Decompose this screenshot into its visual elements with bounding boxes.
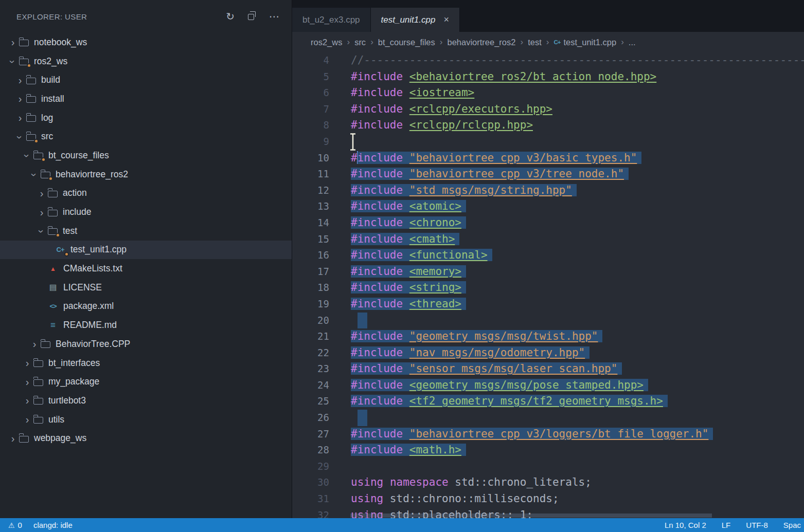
breadcrumb-item-...[interactable]: ... (629, 38, 636, 47)
code-line-14[interactable]: 14#include <chrono> (292, 215, 804, 231)
chevron-down-icon[interactable]: › (29, 169, 40, 180)
chevron-down-icon[interactable]: › (37, 226, 47, 237)
chevron-down-icon[interactable]: › (8, 56, 18, 67)
close-tab-icon[interactable]: × (443, 14, 449, 25)
chevron-right-icon[interactable]: › (36, 188, 47, 198)
code-line-9[interactable]: 9 (292, 134, 804, 150)
breadcrumb-item-bt_course_files[interactable]: bt_course_files (378, 38, 435, 47)
more-actions-icon[interactable]: ⋯ (269, 11, 279, 22)
chevron-right-icon[interactable]: › (14, 94, 26, 104)
eol-indicator[interactable]: LF (722, 521, 731, 529)
code-line-17[interactable]: 17#include <memory> (292, 264, 804, 280)
code-line-20[interactable]: 20 (292, 313, 804, 329)
tree-folder-action[interactable]: ›action (0, 184, 292, 203)
code-line-11[interactable]: 11#include "behaviortree_cpp_v3/tree_nod… (292, 166, 804, 182)
editor-area: bt_u2_ex3.cpptest_unit1.cpp× ros2_ws›src… (292, 0, 804, 518)
tree-folder-include[interactable]: ›include (0, 203, 292, 222)
chevron-right-icon[interactable]: › (22, 358, 33, 368)
code-line-8[interactable]: 8#include <rclcpp/rclcpp.hpp> (292, 117, 804, 134)
selection-highlight: #include <memory> (351, 265, 466, 278)
line-number: 10 (292, 150, 329, 167)
clangd-status[interactable]: clangd: idle (33, 521, 73, 529)
tree-folder-webpage_ws[interactable]: ›webpage_ws (0, 429, 292, 448)
tree-folder-log[interactable]: ›log (0, 108, 292, 127)
breadcrumb-item-ros2_ws[interactable]: ros2_ws (311, 38, 342, 47)
code-line-4[interactable]: 4//-------------------------------------… (292, 52, 804, 69)
breadcrumb-item-test_unit1.cpp[interactable]: C+test_unit1.cpp (553, 38, 616, 47)
chevron-right-icon[interactable]: › (14, 113, 26, 123)
code-line-27[interactable]: 27#include "behaviortree_cpp_v3/loggers/… (292, 426, 804, 443)
code-line-21[interactable]: 21#include "geometry_msgs/msg/twist.hpp" (292, 328, 804, 345)
chevron-right-icon[interactable]: › (14, 75, 26, 85)
chevron-right-icon[interactable]: › (22, 414, 33, 425)
tree-folder-BehaviorTree.CPP[interactable]: ›BehaviorTree.CPP (0, 335, 292, 354)
code-line-12[interactable]: 12#include "std_msgs/msg/string.hpp" (292, 182, 804, 199)
horizontal-scrollbar[interactable] (350, 513, 712, 518)
tree-file-README.md[interactable]: ≡README.md (0, 316, 292, 335)
chevron-right-icon[interactable]: › (29, 339, 40, 349)
tree-file-CMakeLists.txt[interactable]: ▲CMakeLists.txt (0, 259, 292, 278)
tree-folder-bt_interfaces[interactable]: ›bt_interfaces (0, 354, 292, 373)
collapse-folders-icon[interactable] (248, 11, 256, 22)
chevron-down-icon[interactable]: › (22, 150, 32, 161)
selection-highlight: #include <functional> (351, 249, 492, 261)
code-line-31[interactable]: 31using std::chrono::milliseconds; (292, 491, 804, 507)
code-token (403, 233, 409, 245)
code-text: #include "geometry_msgs/msg/twist.hpp" (351, 328, 602, 345)
code-line-16[interactable]: 16#include <functional> (292, 247, 804, 264)
tree-folder-ros2_ws[interactable]: ›ros2_ws (0, 52, 292, 71)
code-line-6[interactable]: 6#include <iostream> (292, 85, 804, 101)
encoding-indicator[interactable]: UTF-8 (746, 521, 768, 529)
code-line-29[interactable]: 29 (292, 458, 804, 475)
tree-folder-bt_course_files[interactable]: ›bt_course_files (0, 146, 292, 165)
code-line-15[interactable]: 15#include <cmath> (292, 231, 804, 248)
chevron-right-icon[interactable]: › (36, 207, 47, 217)
refresh-explorer-icon[interactable]: ↻ (226, 11, 235, 22)
code-line-5[interactable]: 5#include <behaviortree_ros2/bt_action_n… (292, 69, 804, 85)
line-number: 31 (292, 491, 329, 507)
code-line-23[interactable]: 23#include "sensor_msgs/msg/laser_scan.h… (292, 361, 804, 377)
code-editor[interactable]: 4//-------------------------------------… (292, 52, 804, 518)
tree-folder-utils[interactable]: ›utils (0, 410, 292, 429)
code-line-25[interactable]: 25#include <tf2_geometry_msgs/tf2_geomet… (292, 393, 804, 410)
code-line-7[interactable]: 7#include <rclcpp/executors.hpp> (292, 101, 804, 118)
code-line-18[interactable]: 18#include <string> (292, 280, 804, 296)
line-number: 26 (292, 410, 329, 426)
code-line-26[interactable]: 26 (292, 410, 804, 426)
code-line-22[interactable]: 22#include "nav_msgs/msg/odometry.hpp" (292, 345, 804, 361)
breadcrumb-item-behaviortree_ros2[interactable]: behaviortree_ros2 (447, 38, 515, 47)
tree-folder-install[interactable]: ›install (0, 89, 292, 108)
breadcrumb-item-src[interactable]: src (354, 38, 366, 47)
cursor-position[interactable]: Ln 10, Col 2 (665, 521, 706, 529)
tab-bt_u2_ex3.cpp[interactable]: bt_u2_ex3.cpp (292, 8, 371, 32)
chevron-right-icon[interactable]: › (22, 395, 33, 406)
tree-folder-src[interactable]: ›src (0, 127, 292, 146)
code-token (403, 444, 409, 456)
chevron-right-icon[interactable]: › (7, 433, 19, 444)
tree-folder-turtlebot3[interactable]: ›turtlebot3 (0, 391, 292, 410)
tree-folder-behaviortree_ros2[interactable]: ›behaviortree_ros2 (0, 165, 292, 184)
tree-file-package.xml[interactable]: <>package.xml (0, 297, 292, 316)
code-token: <rclcpp/rclcpp.hpp> (409, 119, 533, 131)
tree-folder-build[interactable]: ›build (0, 70, 292, 89)
tree-file-test_unit1.cpp[interactable]: C+test_unit1.cpp (0, 241, 292, 260)
tab-test_unit1.cpp[interactable]: test_unit1.cpp× (371, 8, 460, 32)
code-line-24[interactable]: 24#include <geometry_msgs/msg/pose_stamp… (292, 377, 804, 394)
tree-folder-test[interactable]: ›test (0, 222, 292, 241)
chevron-down-icon[interactable]: › (15, 132, 25, 143)
indent-indicator[interactable]: Spac (783, 521, 801, 529)
code-line-28[interactable]: 28#include <math.h> (292, 442, 804, 458)
code-token: #include (351, 103, 403, 115)
code-line-13[interactable]: 13#include <atomic> (292, 198, 804, 215)
breadcrumb-item-test[interactable]: test (528, 38, 542, 47)
chevron-right-icon[interactable]: › (7, 37, 19, 47)
tree-folder-my_package[interactable]: ›my_package (0, 372, 292, 391)
tree-folder-notebook_ws[interactable]: ›notebook_ws (0, 33, 292, 52)
tree-file-LICENSE[interactable]: ▤LICENSE (0, 278, 292, 297)
problems-indicator[interactable]: ⚠ 0 (8, 521, 22, 529)
chevron-right-icon[interactable]: › (22, 377, 33, 387)
code-text: #include <tf2_geometry_msgs/tf2_geometry… (351, 393, 668, 410)
code-line-19[interactable]: 19#include <thread> (292, 296, 804, 313)
code-line-10[interactable]: 10#include "behaviortree_cpp_v3/basic_ty… (292, 150, 804, 167)
code-line-30[interactable]: 30using namespace std::chrono_literals; (292, 474, 804, 491)
